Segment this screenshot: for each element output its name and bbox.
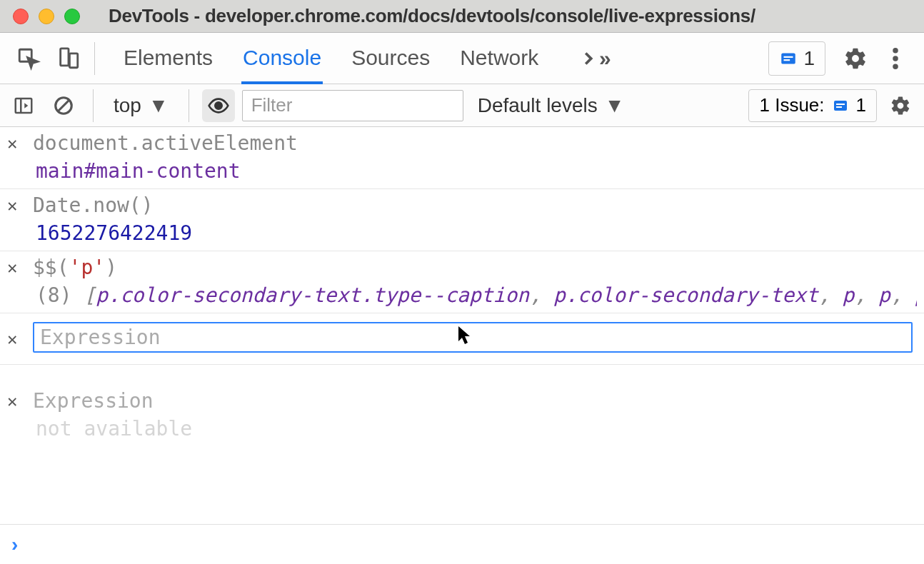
issues-counter[interactable]: 1 Issue: 1 xyxy=(748,89,877,122)
remove-expression-icon[interactable]: ✕ xyxy=(7,329,21,349)
issues-icon xyxy=(832,97,849,114)
tab-sources[interactable]: Sources xyxy=(350,33,431,84)
devtools-main-toolbar: Elements Console Sources Network » 1 xyxy=(0,33,924,84)
console-content: ✕ document.activeElement main#main-conte… xyxy=(0,127,924,524)
live-expression-result[interactable]: (8) [p.color-secondary-text.type--captio… xyxy=(36,283,917,307)
close-window-button[interactable] xyxy=(13,9,29,24)
maximize-window-button[interactable] xyxy=(64,9,80,24)
svg-point-6 xyxy=(893,48,898,54)
remove-expression-icon[interactable]: ✕ xyxy=(7,258,21,278)
clear-console-icon[interactable] xyxy=(47,89,80,122)
context-selector-label: top xyxy=(114,94,141,117)
live-expression: ✕ document.activeElement main#main-conte… xyxy=(0,127,924,189)
sidebar-toggle-icon[interactable] xyxy=(7,89,40,122)
prompt-chevron-icon: › xyxy=(11,533,18,556)
svg-rect-15 xyxy=(836,104,845,105)
more-options-icon[interactable] xyxy=(875,39,915,79)
live-expression-text[interactable]: Date.now() xyxy=(33,193,154,217)
live-expression-result: not available xyxy=(36,417,917,440)
device-toolbar-icon[interactable] xyxy=(49,39,89,79)
console-toolbar: top ▼ Default levels ▼ 1 Issue: 1 xyxy=(0,84,924,127)
live-expression-result[interactable]: main#main-content xyxy=(36,159,917,183)
toolbar-divider xyxy=(93,89,94,122)
live-expression-text[interactable]: document.activeElement xyxy=(33,131,298,155)
minimize-window-button[interactable] xyxy=(39,9,54,24)
inspect-element-icon[interactable] xyxy=(9,39,49,79)
context-selector[interactable]: top ▼ xyxy=(106,91,176,120)
svg-rect-9 xyxy=(16,99,32,113)
issues-count-label: 1 xyxy=(803,47,815,70)
filter-input[interactable] xyxy=(242,90,463,121)
live-expression: ✕ Expression not available xyxy=(0,385,924,446)
svg-rect-1 xyxy=(61,48,69,65)
svg-rect-16 xyxy=(836,106,842,108)
live-expression-input[interactable] xyxy=(40,326,905,349)
remove-expression-icon[interactable]: ✕ xyxy=(7,391,21,411)
chevron-down-icon: ▼ xyxy=(149,94,169,117)
tab-elements[interactable]: Elements xyxy=(122,33,214,84)
issues-label: 1 Issue: xyxy=(759,94,824,116)
panel-tabs: Elements Console Sources Network » xyxy=(122,33,768,84)
svg-point-8 xyxy=(893,64,898,69)
log-levels-label: Default levels xyxy=(478,94,598,117)
svg-rect-2 xyxy=(69,53,77,67)
chevron-down-icon: ▼ xyxy=(605,94,625,117)
more-tabs-icon[interactable]: » xyxy=(574,39,614,79)
settings-icon[interactable] xyxy=(835,39,875,79)
console-prompt[interactable]: › xyxy=(0,524,924,564)
svg-point-13 xyxy=(215,102,221,109)
log-levels-selector[interactable]: Default levels ▼ xyxy=(471,94,632,117)
issues-counter-top[interactable]: 1 xyxy=(768,41,825,76)
window-titlebar: DevTools - developer.chrome.com/docs/dev… xyxy=(0,0,924,33)
live-expression: ✕ Date.now() 1652276422419 xyxy=(0,189,924,251)
traffic-lights xyxy=(13,9,80,24)
live-expression-placeholder[interactable]: Expression xyxy=(33,389,154,413)
issues-icon xyxy=(779,49,798,68)
remove-expression-icon[interactable]: ✕ xyxy=(7,196,21,216)
live-expression: ✕ $$('p') (8) [p.color-secondary-text.ty… xyxy=(0,251,924,313)
tab-network[interactable]: Network xyxy=(458,33,540,84)
window-title: DevTools - developer.chrome.com/docs/dev… xyxy=(109,5,755,27)
live-expression-result[interactable]: 1652276422419 xyxy=(36,221,917,245)
svg-rect-3 xyxy=(782,53,796,64)
toolbar-divider xyxy=(94,42,95,75)
svg-rect-14 xyxy=(834,101,847,111)
tab-console[interactable]: Console xyxy=(241,33,323,84)
console-settings-icon[interactable] xyxy=(884,89,917,122)
remove-expression-icon[interactable]: ✕ xyxy=(7,134,21,153)
live-expression-text[interactable]: $$('p') xyxy=(33,256,117,279)
svg-point-7 xyxy=(893,56,898,61)
live-expression-icon[interactable] xyxy=(202,89,235,122)
svg-rect-5 xyxy=(784,59,790,61)
svg-line-12 xyxy=(59,100,69,111)
toolbar-divider xyxy=(189,89,189,122)
live-expression: ✕ xyxy=(0,313,924,365)
issues-count: 1 xyxy=(856,94,866,116)
svg-rect-4 xyxy=(784,56,793,57)
